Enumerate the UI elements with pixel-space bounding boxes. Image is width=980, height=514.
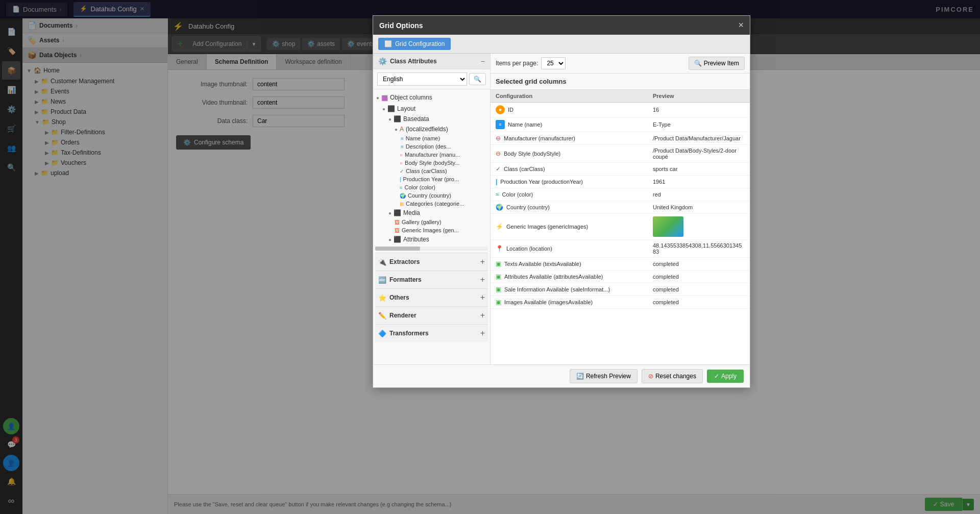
desc-field-icon: ≡ [401,144,404,150]
transformers-section[interactable]: 🔷 Transformers + [375,325,488,342]
cat-label: Categories (categorie... [406,201,464,207]
ia-col-preview: completed [648,297,750,308]
tree-categories[interactable]: ⊞ Categories (categorie... [387,200,488,208]
extractors-section[interactable]: 🔌 Extractors + [375,253,488,271]
renderer-add[interactable]: + [480,311,485,320]
tree-scrollbar[interactable] [375,247,488,251]
table-row: ⊖ Body Style (bodyStyle) /Product Data/B… [491,145,750,163]
sia-col-label: Sale Information Available (saleInformat… [504,286,610,292]
manu-label: Manufacturer (manu... [405,152,460,158]
name-col-preview: E-Type [648,119,750,130]
tree-manufacturer[interactable]: ○ Manufacturer (manu... [387,151,488,159]
reset-changes-button[interactable]: ⊘ Reset changes [642,369,703,383]
grid-table-body: ★ ID 16 ≡ Name (name) E-Type ⊖ [491,103,750,364]
lf-label: (localizedfields) [406,126,448,133]
tree-layout[interactable]: ● ⬛ Layout [381,104,488,114]
layout-label: Layout [397,105,415,112]
cat-icon: ⊞ [400,201,404,207]
table-row: ▣ Sale Information Available (saleInform… [491,283,750,296]
manu-col-label: Manufacturer (manufacturer) [504,135,575,141]
apply-button[interactable]: ✓ Apply [707,370,744,383]
formatters-add[interactable]: + [480,275,485,284]
table-row: ≈ Color (color) red [491,188,750,201]
tree-localizedfields[interactable]: ● A (localizedfields) [394,124,488,134]
layout-icon: ⬛ [387,105,395,112]
tree-attributes[interactable]: ● ⬛ Attributes [387,234,488,244]
class-attrs-icon: ⚙️ [378,57,387,65]
image-thumbnail [653,216,683,237]
id-col-label: ID [508,107,513,113]
color-col-icon: ≈ [496,191,499,198]
gallery-icon: 🖼 [395,219,400,225]
class-attrs-minimize[interactable]: − [481,57,485,65]
renderer-icon: ✏️ [378,312,386,320]
table-row: ⚡ Generic Images (genericImages) [491,214,750,240]
media-label: Media [403,209,420,216]
aa-col-preview: completed [648,271,750,282]
table-row: ▣ Texts Available (textsAvailable) compl… [491,258,750,271]
country-label: Country (country) [408,192,451,199]
basedata-expand: ● [388,116,391,122]
table-row: ⊖ Manufacturer (manufacturer) /Product D… [491,132,750,145]
tree-prod-year[interactable]: | Production Year (pro... [387,175,488,183]
bs-col-icon: ⊖ [496,150,501,157]
formatters-section[interactable]: 🔤 Formatters + [375,271,488,288]
items-per-page-select[interactable]: 25 [541,57,566,69]
modal-close-button[interactable]: × [738,20,744,31]
tree-generic-images[interactable]: 🖼 Generic Images (gen... [394,226,488,234]
table-row: ▣ Images Available (imagesAvailable) com… [491,296,750,309]
tree-media[interactable]: ● ⬛ Media [387,208,488,218]
extractors-add[interactable]: + [480,257,485,266]
manu-icon: ○ [400,152,403,158]
tree-body-style[interactable]: ○ Body Style (bodySty... [387,159,488,167]
country-col-label: Country (country) [506,204,550,210]
others-section[interactable]: ⭐ Others + [375,289,488,306]
tree-basedata[interactable]: ● ⬛ Basedata [387,114,488,124]
tree-class[interactable]: ✓ Class (carClass) [387,167,488,175]
table-row: ✓ Class (carClass) sports car [491,163,750,176]
gi-col-preview [648,214,750,239]
aa-col-icon: ▣ [496,273,501,280]
bs-col-label: Body Style (bodyStyle) [504,151,560,157]
attrs-expand: ● [388,237,391,242]
modal-right-toolbar: Items per page: 25 🔍 Preview Item [491,54,750,74]
tree-country[interactable]: 🌍 Country (country) [387,191,488,200]
modal-title: Grid Options [379,21,423,30]
transformers-add[interactable]: + [480,329,485,338]
tree-color[interactable]: ≈ Color (color) [387,183,488,191]
refresh-preview-button[interactable]: 🔄 Refresh Preview [570,369,638,383]
apply-label: Apply [721,373,737,380]
extractors-icon: 🔌 [378,258,386,266]
grid-config-tab[interactable]: ⬜ Grid Configuration [378,38,451,50]
tree-gallery[interactable]: 🖼 Gallery (gallery) [394,218,488,226]
tree-field-description[interactable]: ≡ Description (des... [400,142,488,151]
id-col-preview: 16 [648,104,750,115]
reset-label: Reset changes [655,373,696,380]
attrs-icon: ⬛ [394,236,401,243]
attrs-label: Attributes [403,236,429,243]
language-select[interactable]: English [377,72,467,86]
gallery-label: Gallery (gallery) [402,219,442,225]
class-label: Class (carClass) [406,168,447,174]
others-label: Others [389,294,409,301]
color-icon: ≈ [400,185,403,190]
gi-col-label: Generic Images (genericImages) [506,224,588,230]
color-col-preview: red [648,189,750,200]
search-attributes-button[interactable]: 🔍 [469,73,486,85]
aa-col-label: Attributes Available (attributesAvailabl… [504,274,603,280]
tree-field-name[interactable]: ≡ Name (name) [400,134,488,142]
tree-object-columns[interactable]: ● ▦ Object columns [375,91,488,104]
basedata-label: Basedata [403,115,429,123]
gi-label: Generic Images (gen... [402,227,459,233]
table-row: 🌍 Country (country) United Kingdom [491,201,750,214]
table-row: ≡ Name (name) E-Type [491,117,750,132]
ia-col-label: Images Available (imagesAvailable) [504,299,593,305]
preview-item-button[interactable]: 🔍 Preview Item [689,57,745,70]
manu-col-preview: /Product Data/Manufacturer/Jaguar [648,133,750,144]
renderer-section[interactable]: ✏️ Renderer + [375,307,488,324]
modal-tabs-bar: ⬜ Grid Configuration [373,35,750,54]
formatters-icon: 🔤 [378,276,386,284]
class-col-preview: sports car [648,163,750,175]
transformers-label: Transformers [389,330,429,337]
others-add[interactable]: + [480,293,485,302]
